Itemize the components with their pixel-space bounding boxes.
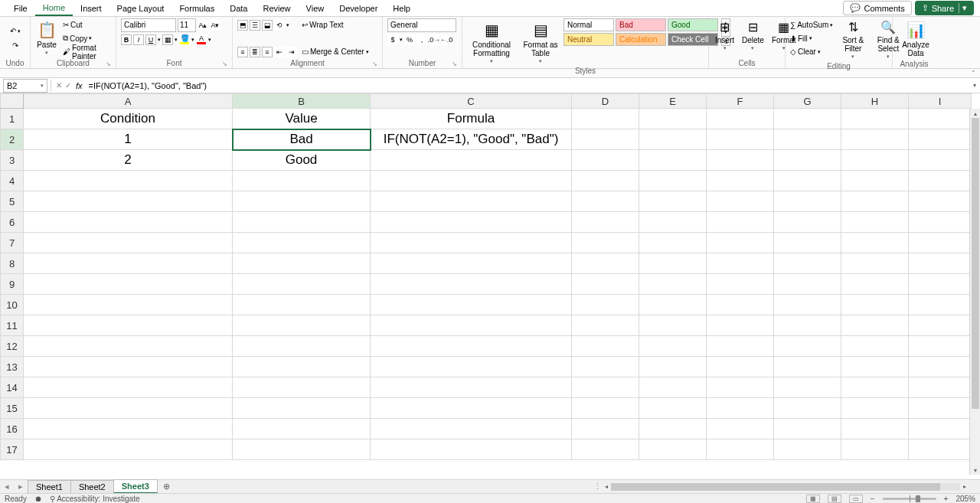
cell[interactable] <box>707 253 774 274</box>
cell[interactable] <box>909 439 972 460</box>
decrease-indent-icon[interactable]: ⇤ <box>274 47 285 57</box>
cell[interactable] <box>841 357 909 377</box>
cell[interactable] <box>774 212 841 233</box>
name-box[interactable]: B2▾ <box>3 79 47 93</box>
autosum-button[interactable]: ∑AutoSum▾ <box>789 18 835 31</box>
select-all-corner[interactable] <box>1 94 24 109</box>
tab-data[interactable]: Data <box>222 2 255 15</box>
cell[interactable] <box>841 336 909 357</box>
cell[interactable] <box>639 315 707 336</box>
cell[interactable] <box>24 357 233 377</box>
cell[interactable] <box>707 191 774 212</box>
comma-format-icon[interactable]: , <box>416 34 427 45</box>
merge-center-button[interactable]: ▭Merge & Center▾ <box>300 45 371 58</box>
decrease-decimal-icon[interactable]: ←.0 <box>441 34 452 45</box>
cell[interactable] <box>24 336 233 357</box>
cell[interactable] <box>233 398 371 419</box>
cell[interactable] <box>909 253 972 274</box>
row-header[interactable]: 7 <box>1 233 24 253</box>
row-header[interactable]: 13 <box>1 357 24 377</box>
cell-style-calculation[interactable]: Calculation <box>616 33 666 46</box>
cell[interactable] <box>841 315 909 336</box>
tab-split-handle-icon[interactable]: ⋮ <box>593 482 602 492</box>
cell[interactable] <box>639 336 707 357</box>
cell[interactable] <box>774 253 841 274</box>
cell[interactable] <box>774 439 841 460</box>
tab-page-layout[interactable]: Page Layout <box>109 2 172 15</box>
cell[interactable] <box>371 295 572 315</box>
row-header[interactable]: 15 <box>1 398 24 419</box>
cell[interactable] <box>572 109 639 129</box>
row-header[interactable]: 11 <box>1 315 24 336</box>
cell[interactable] <box>24 315 233 336</box>
cell[interactable] <box>707 109 774 129</box>
cell[interactable] <box>909 191 972 212</box>
tab-insert[interactable]: Insert <box>73 2 109 15</box>
tab-file[interactable]: File <box>6 2 35 15</box>
vertical-scrollbar[interactable]: ▴ ▾ <box>969 109 980 475</box>
page-break-view-icon[interactable]: ▭ <box>849 495 863 503</box>
cell[interactable] <box>774 357 841 377</box>
namebox-dropdown-icon[interactable]: ▾ <box>41 83 44 89</box>
cell[interactable] <box>371 336 572 357</box>
cut-button[interactable]: ✂Cut <box>61 18 113 31</box>
cell-a3[interactable]: 2 <box>24 150 233 171</box>
scroll-down-icon[interactable]: ▾ <box>970 465 980 475</box>
formula-input[interactable] <box>86 79 969 93</box>
cell[interactable] <box>707 439 774 460</box>
cell[interactable] <box>774 315 841 336</box>
cell[interactable] <box>774 398 841 419</box>
row-header[interactable]: 1 <box>1 109 24 129</box>
cell[interactable] <box>24 212 233 233</box>
align-top-icon[interactable]: ⬒ <box>237 20 248 31</box>
number-launcher-icon[interactable]: ↘ <box>452 60 457 67</box>
cancel-formula-icon[interactable]: ✕ <box>54 81 64 90</box>
cell[interactable] <box>909 150 972 171</box>
italic-button[interactable]: I <box>133 34 144 45</box>
cell[interactable] <box>639 191 707 212</box>
increase-decimal-icon[interactable]: .0→ <box>429 34 439 45</box>
cell[interactable] <box>841 253 909 274</box>
cell[interactable] <box>371 357 572 377</box>
cell[interactable] <box>707 212 774 233</box>
cell[interactable] <box>909 419 972 439</box>
macro-record-icon[interactable]: ⏺ <box>34 495 42 503</box>
cell[interactable] <box>24 377 233 398</box>
cell[interactable] <box>371 439 572 460</box>
row-header[interactable]: 8 <box>1 253 24 274</box>
cell[interactable] <box>841 398 909 419</box>
col-header-d[interactable]: D <box>572 94 639 109</box>
cell[interactable] <box>707 129 774 150</box>
cell[interactable] <box>371 212 572 233</box>
delete-cells-button[interactable]: ⊟Delete▾ <box>739 18 767 53</box>
tab-view[interactable]: View <box>299 2 332 15</box>
clear-button[interactable]: ◇Clear▾ <box>789 45 835 58</box>
align-bottom-icon[interactable]: ⬓ <box>262 20 273 31</box>
fill-color-button[interactable]: 🪣 <box>179 34 190 45</box>
cell[interactable] <box>572 150 639 171</box>
row-header[interactable]: 12 <box>1 336 24 357</box>
cell[interactable] <box>24 274 233 295</box>
cell[interactable] <box>909 336 972 357</box>
borders-button[interactable]: ▦ <box>162 34 173 45</box>
cell[interactable] <box>774 129 841 150</box>
row-header[interactable]: 3 <box>1 150 24 171</box>
cell-c2[interactable]: IF(NOT(A2=1), "Good", "Bad") <box>371 129 572 150</box>
cell[interactable] <box>774 171 841 191</box>
analyze-data-button[interactable]: 📊Analyze Data <box>896 18 936 59</box>
tab-developer[interactable]: Developer <box>332 2 385 15</box>
row-header[interactable]: 14 <box>1 377 24 398</box>
col-header-a[interactable]: A <box>24 94 233 109</box>
col-header-h[interactable]: H <box>841 94 909 109</box>
cell[interactable] <box>371 253 572 274</box>
row-header[interactable]: 2 <box>1 129 24 150</box>
cell[interactable] <box>639 150 707 171</box>
format-painter-button[interactable]: 🖌Format Painter <box>61 45 113 58</box>
cell[interactable] <box>371 398 572 419</box>
cell-b1[interactable]: Value <box>233 109 371 129</box>
share-dropdown-icon[interactable]: ▾ <box>959 3 967 13</box>
cell[interactable] <box>572 315 639 336</box>
tab-formulas[interactable]: Formulas <box>172 2 222 15</box>
cell[interactable] <box>233 377 371 398</box>
cell[interactable] <box>572 419 639 439</box>
